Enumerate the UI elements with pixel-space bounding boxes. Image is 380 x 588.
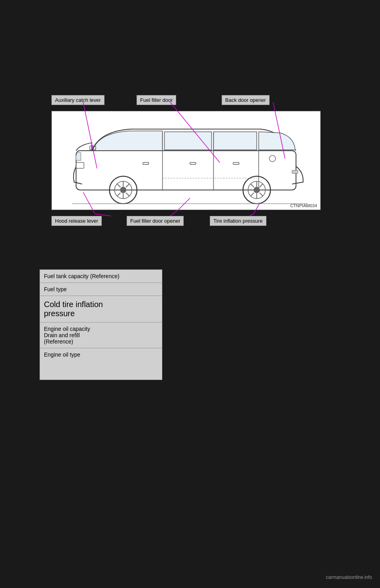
svg-line-16 — [117, 193, 120, 196]
car-illustration: CTNPIAM034 — [51, 111, 321, 210]
label-hood-release-lever: Hood release lever — [51, 216, 102, 226]
cold-tire-cell: Cold tire inflationpressure — [40, 296, 162, 323]
svg-rect-1 — [164, 132, 211, 150]
svg-point-34 — [269, 155, 276, 162]
page: Auxiliary catch lever Fuel filler door B… — [0, 0, 380, 588]
car-code: CTNPIAM034 — [290, 203, 317, 208]
svg-line-27 — [251, 193, 254, 196]
svg-line-26 — [260, 184, 263, 187]
svg-rect-36 — [76, 162, 84, 168]
table-row-engine-oil-capacity: Engine oil capacityDrain and refill(Refe… — [40, 323, 162, 348]
footer: carmanualsonline.info — [326, 575, 372, 580]
fuel-type-cell: Fuel type — [40, 283, 162, 296]
svg-line-13 — [117, 184, 120, 187]
svg-rect-31 — [190, 162, 196, 164]
svg-line-24 — [251, 184, 254, 187]
svg-line-43 — [170, 210, 178, 216]
label-fuel-filler-door: Fuel filler door — [137, 95, 176, 105]
diagram-section: Auxiliary catch lever Fuel filler door B… — [40, 63, 340, 246]
engine-oil-capacity-cell: Engine oil capacityDrain and refill(Refe… — [40, 323, 162, 348]
label-tire-inflation-pressure: Tire inflation pressure — [210, 216, 266, 226]
svg-rect-2 — [213, 132, 256, 150]
svg-rect-30 — [143, 162, 149, 164]
table-row-cold-tire: Cold tire inflationpressure — [40, 296, 162, 323]
fuel-tank-capacity-cell: Fuel tank capacity (Reference) — [40, 270, 162, 283]
svg-point-19 — [254, 187, 260, 193]
label-back-door-opener: Back door opener — [222, 95, 270, 105]
table-row-engine-oil-type: Engine oil type — [40, 348, 162, 380]
svg-rect-35 — [292, 170, 298, 174]
label-fuel-filler-door-opener: Fuel filler door opener — [127, 216, 184, 226]
svg-line-15 — [126, 184, 129, 187]
svg-line-14 — [126, 193, 129, 196]
svg-rect-32 — [233, 162, 239, 164]
label-auxiliary-catch-lever: Auxiliary catch lever — [51, 95, 104, 105]
car-svg — [52, 111, 320, 210]
table-row-fuel-type: Fuel type — [40, 283, 162, 296]
engine-oil-type-cell: Engine oil type — [40, 348, 162, 380]
specs-table: Fuel tank capacity (Reference) Fuel type… — [40, 269, 162, 380]
table-row-fuel-tank: Fuel tank capacity (Reference) — [40, 270, 162, 283]
svg-point-8 — [120, 187, 126, 193]
svg-line-25 — [260, 193, 263, 196]
info-table-section: Fuel tank capacity (Reference) Fuel type… — [40, 269, 162, 380]
